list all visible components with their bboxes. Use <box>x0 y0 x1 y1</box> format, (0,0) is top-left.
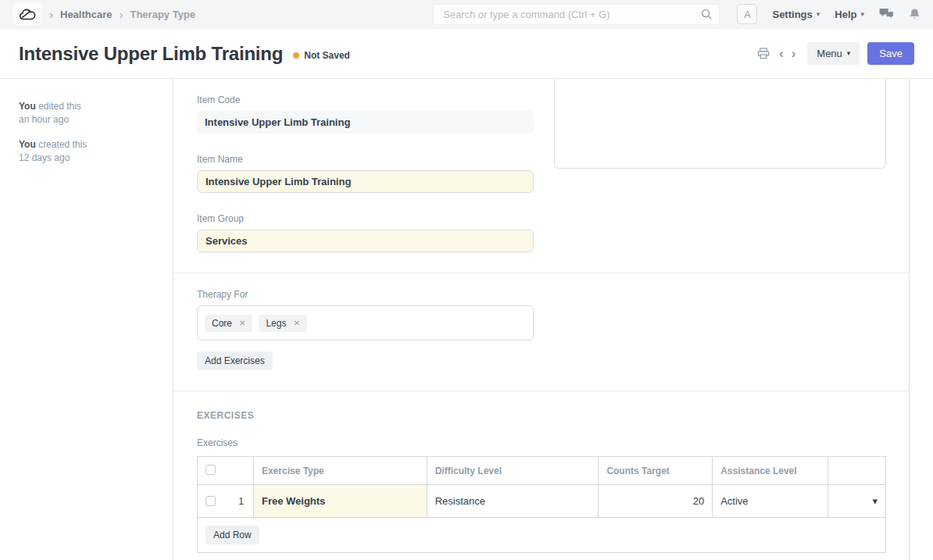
avatar[interactable]: A <box>737 4 757 24</box>
status-indicator: Not Saved <box>293 50 350 61</box>
settings-menu[interactable]: Settings ▾ <box>772 9 820 20</box>
exercises-section-heading: EXERCISES <box>197 410 885 421</box>
status-dot-icon <box>293 52 299 59</box>
table-header-row: Exercise Type Difficulty Level Counts Ta… <box>198 457 886 485</box>
item-code-field: Item Code Intensive Upper Limb Training <box>197 95 534 134</box>
item-group-input[interactable]: Services <box>197 230 534 252</box>
therapy-for-label: Therapy For <box>197 289 885 300</box>
breadcrumb-healthcare[interactable]: Healthcare <box>60 9 112 20</box>
menu-button-label: Menu <box>817 48 842 59</box>
right-gutter <box>910 79 933 560</box>
select-all-checkbox[interactable] <box>206 465 216 475</box>
close-icon[interactable]: ✕ <box>239 319 245 327</box>
item-group-field: Item Group Services <box>197 213 534 252</box>
search-input[interactable] <box>433 4 720 25</box>
tag-core: Core ✕ <box>205 315 252 332</box>
exercises-table: Exercise Type Difficulty Level Counts Ta… <box>197 456 886 518</box>
therapy-for-multiselect[interactable]: Core ✕ Legs ✕ <box>197 305 534 341</box>
col-actions <box>828 457 886 485</box>
content-area: You edited this an hour ago You created … <box>0 79 933 560</box>
edited-action: edited this <box>38 101 81 112</box>
save-button[interactable]: Save <box>867 42 914 65</box>
exercises-field-label: Exercises <box>197 437 885 448</box>
description-editor[interactable] <box>554 79 886 169</box>
row-select-cell: 1 <box>198 485 254 518</box>
top-navbar: › Healthcare › Therapy Type A Settings ▾… <box>0 0 933 29</box>
tag-legs: Legs ✕ <box>259 315 306 332</box>
counts-target-cell[interactable]: 20 <box>599 485 713 518</box>
chevron-down-icon: ▾ <box>860 10 864 18</box>
edited-who: You <box>19 101 36 112</box>
settings-label: Settings <box>772 9 812 20</box>
section-item-details: Item Code Intensive Upper Limb Training … <box>173 79 909 273</box>
close-icon[interactable]: ✕ <box>293 319 299 327</box>
print-icon[interactable] <box>757 48 770 59</box>
notifications-bell-icon[interactable] <box>909 8 920 20</box>
tag-legs-label: Legs <box>266 318 286 329</box>
chevron-down-icon: ▾ <box>817 10 820 18</box>
item-code-value: Intensive Upper Limb Training <box>197 111 534 134</box>
item-name-input[interactable]: Intensive Upper Limb Training <box>197 170 534 193</box>
form-body: Item Code Intensive Upper Limb Training … <box>173 79 910 560</box>
table-footer: Add Row <box>197 518 886 553</box>
section-exercises: EXERCISES Exercises Exercise Type Diffic… <box>173 391 909 560</box>
row-index: 1 <box>238 496 245 507</box>
difficulty-level-cell[interactable]: Resistance <box>427 485 599 518</box>
col-assistance-level: Assistance Level <box>713 457 828 485</box>
breadcrumb-chevron-icon: › <box>49 8 53 21</box>
chevron-down-icon: ▾ <box>847 50 851 57</box>
breadcrumb-chevron-icon: › <box>119 8 123 21</box>
page-header: Intensive Upper Limb Training Not Saved … <box>0 29 933 79</box>
chat-icon[interactable] <box>879 8 894 20</box>
edited-info: You edited this an hour ago <box>19 100 154 127</box>
created-info: You created this 12 days ago <box>19 138 154 165</box>
help-label: Help <box>835 9 856 20</box>
item-group-label: Item Group <box>197 213 534 224</box>
col-difficulty-level: Difficulty Level <box>427 457 599 485</box>
global-search <box>433 4 720 25</box>
add-exercises-button[interactable]: Add Exercises <box>197 351 273 370</box>
table-row[interactable]: 1 Free Weights Resistance 20 Active ▾ <box>198 485 886 518</box>
help-menu[interactable]: Help ▾ <box>835 9 864 20</box>
navbar-actions: A Settings ▾ Help ▾ <box>737 4 920 24</box>
header-checkbox-cell <box>198 457 254 485</box>
search-icon <box>701 9 713 20</box>
item-fields-column: Item Code Intensive Upper Limb Training … <box>197 95 534 252</box>
item-name-label: Item Name <box>197 154 534 165</box>
item-name-field: Item Name Intensive Upper Limb Training <box>197 154 534 193</box>
row-checkbox[interactable] <box>206 496 216 506</box>
status-text: Not Saved <box>304 50 350 61</box>
created-when: 12 days ago <box>19 152 70 163</box>
page-title: Intensive Upper Limb Training <box>19 43 283 65</box>
prev-record-chevron[interactable]: ‹ <box>779 47 784 60</box>
menu-button[interactable]: Menu ▾ <box>807 42 860 65</box>
form-sidebar: You edited this an hour ago You created … <box>0 79 173 560</box>
item-code-label: Item Code <box>197 95 534 105</box>
page-actions: ‹ › Menu ▾ Save <box>757 42 914 65</box>
description-column <box>554 95 886 252</box>
next-record-chevron[interactable]: › <box>792 47 796 60</box>
col-counts-target: Counts Target <box>599 457 713 485</box>
app-logo[interactable] <box>13 3 42 25</box>
section-therapy-for: Therapy For Core ✕ Legs ✕ Add Exercises <box>173 273 909 391</box>
col-exercise-type: Exercise Type <box>253 457 427 485</box>
breadcrumb-therapy-type[interactable]: Therapy Type <box>130 9 195 20</box>
assistance-level-cell[interactable]: Active <box>713 485 828 518</box>
created-who: You <box>19 139 36 150</box>
tag-core-label: Core <box>212 318 232 329</box>
created-action: created this <box>38 139 87 150</box>
row-expand-chevron-icon[interactable]: ▾ <box>828 485 886 518</box>
cloud-logo-icon <box>19 8 36 21</box>
add-row-button[interactable]: Add Row <box>206 526 259 544</box>
exercise-type-cell[interactable]: Free Weights <box>253 485 427 518</box>
edited-when: an hour ago <box>19 114 69 125</box>
